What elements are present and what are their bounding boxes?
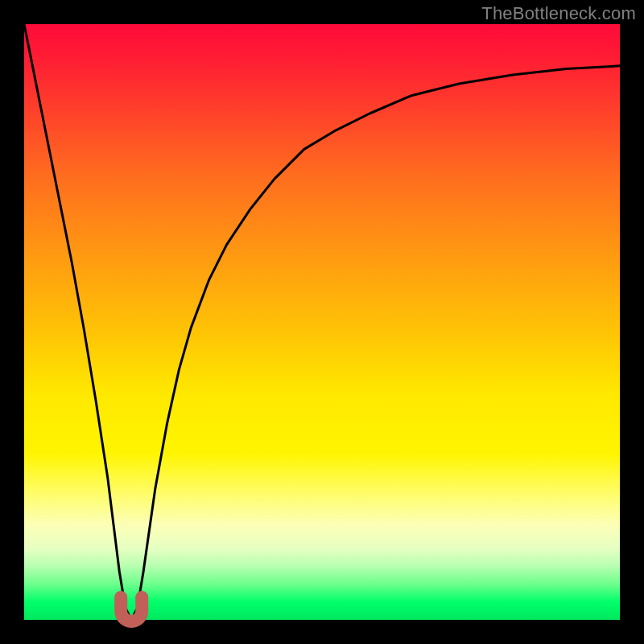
bottleneck-curve [24,24,620,620]
optimal-point-marker [121,597,142,621]
chart-frame: TheBottleneck.com [0,0,644,644]
plot-area [24,24,620,620]
curve-layer [24,24,620,620]
attribution-label: TheBottleneck.com [481,3,636,24]
